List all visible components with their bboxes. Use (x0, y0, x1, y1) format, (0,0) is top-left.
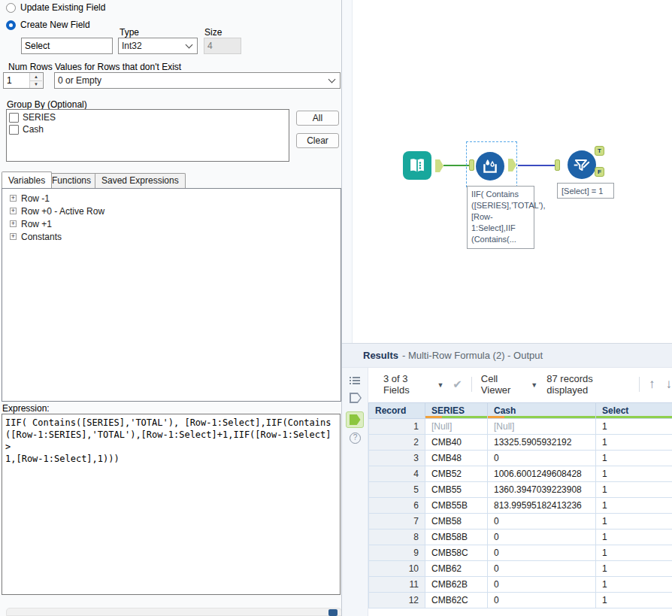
data-cell[interactable]: 0 (488, 577, 596, 593)
type-dropdown[interactable]: Int32 (118, 38, 198, 54)
metadata-list-icon[interactable] (350, 375, 360, 384)
stepper-up-button[interactable]: ▲ (30, 73, 42, 81)
column-header-cash[interactable]: Cash (488, 403, 596, 419)
column-header-select[interactable]: Select (596, 403, 672, 419)
output-anchor-selected[interactable] (346, 411, 364, 428)
record-number-cell[interactable]: 3 (369, 451, 425, 466)
record-number-cell[interactable]: 6 (369, 498, 425, 514)
connection-formula-to-filter[interactable] (518, 165, 555, 166)
data-cell[interactable]: 13325.5905932192 (488, 435, 596, 451)
create-new-radio[interactable] (6, 20, 16, 30)
tab-functions[interactable]: Functions (45, 173, 98, 188)
record-number-cell[interactable]: 12 (369, 593, 425, 608)
data-cell[interactable]: 813.99595182413236 (488, 498, 596, 514)
data-cell[interactable]: [Null] (425, 419, 488, 435)
tree-item[interactable]: +Constants (2, 230, 341, 243)
filter-tool[interactable] (568, 150, 596, 179)
data-cell[interactable]: 0 (488, 451, 596, 466)
filter-input-anchor[interactable] (555, 159, 560, 171)
data-cell[interactable]: 1 (596, 514, 672, 530)
data-cell[interactable]: 1 (596, 451, 672, 466)
data-cell[interactable]: CMB52 (425, 466, 488, 482)
formula-input-anchor[interactable] (469, 159, 474, 171)
expand-icon[interactable]: + (10, 233, 17, 240)
tab-variables[interactable]: Variables (2, 171, 52, 188)
table-row[interactable]: 8CMB58B01 (369, 530, 672, 545)
table-row[interactable]: 11CMB62B01 (369, 577, 672, 593)
fields-summary-dropdown[interactable]: 3 of 3 Fields (383, 373, 432, 396)
clear-button[interactable]: Clear (296, 133, 339, 148)
table-row[interactable]: 1[Null][Null]1 (369, 419, 672, 435)
filter-true-anchor[interactable]: T (595, 146, 604, 156)
tab-saved-expressions[interactable]: Saved Expressions (95, 173, 186, 188)
table-row[interactable]: 12CMB62C01 (369, 593, 672, 608)
filter-false-anchor[interactable]: F (595, 167, 604, 177)
record-number-cell[interactable]: 2 (369, 435, 425, 451)
data-cell[interactable]: 0 (488, 561, 596, 577)
data-cell[interactable]: 1 (596, 466, 672, 482)
table-row[interactable]: 10CMB6201 (369, 561, 672, 577)
expand-icon[interactable]: + (10, 208, 17, 214)
record-number-cell[interactable]: 10 (369, 561, 425, 577)
group-by-item[interactable]: SERIES (9, 111, 286, 123)
tree-item[interactable]: +Row +0 - Active Row (2, 205, 341, 217)
table-row[interactable]: 9CMB58C01 (369, 545, 672, 561)
record-number-cell[interactable]: 8 (369, 530, 425, 545)
table-row[interactable]: 5CMB551360.39470392239081 (369, 482, 672, 498)
data-cell[interactable]: 1 (596, 577, 672, 593)
data-cell[interactable]: CMB58 (425, 514, 488, 530)
arrow-up-icon[interactable]: ↑ (649, 377, 655, 392)
data-cell[interactable]: 1 (596, 482, 672, 498)
record-number-cell[interactable]: 11 (369, 577, 425, 593)
column-header-series[interactable]: SERIES (425, 403, 488, 419)
data-cell[interactable]: 1 (596, 545, 672, 561)
data-cell[interactable]: CMB58B (425, 530, 488, 545)
data-cell[interactable]: 0 (488, 530, 596, 545)
field-name-input[interactable] (21, 38, 113, 54)
tree-item[interactable]: +Row -1 (2, 192, 341, 205)
checkbox[interactable] (9, 113, 19, 123)
data-cell[interactable]: 1006.6001249608428 (488, 466, 596, 482)
table-row[interactable]: 7CMB5801 (369, 514, 672, 530)
data-cell[interactable]: 1 (596, 435, 672, 451)
chevron-down-icon[interactable]: ▼ (531, 381, 537, 389)
record-number-cell[interactable]: 4 (369, 466, 425, 482)
data-cell[interactable]: CMB55B (425, 498, 488, 514)
data-cell[interactable]: 1 (596, 530, 672, 545)
data-cell[interactable]: 1360.3947039223908 (488, 482, 596, 498)
group-by-item[interactable]: Cash (9, 123, 286, 135)
column-header-record[interactable]: Record (369, 403, 425, 419)
num-rows-input[interactable] (4, 73, 29, 88)
data-cell[interactable]: CMB55 (425, 482, 488, 498)
table-row[interactable]: 2CMB4013325.59059321921 (369, 435, 672, 451)
results-grid[interactable]: Record SERIES Cash Select 1[Null][Null]1… (368, 402, 672, 616)
data-cell[interactable]: CMB62B (425, 577, 488, 593)
group-by-list[interactable]: SERIESCash (6, 109, 289, 162)
record-number-cell[interactable]: 7 (369, 514, 425, 530)
record-number-cell[interactable]: 9 (369, 545, 425, 561)
data-cell[interactable]: 0 (488, 545, 596, 561)
data-cell[interactable]: CMB48 (425, 451, 488, 466)
update-existing-radio[interactable] (6, 3, 16, 13)
checkmark-icon[interactable]: ✔ (453, 378, 462, 391)
num-rows-stepper[interactable]: ▲ ▼ (3, 72, 44, 89)
help-icon[interactable]: ? (350, 432, 361, 444)
table-row[interactable]: 3CMB4801 (369, 451, 672, 466)
multi-row-formula-tool[interactable] (476, 152, 504, 181)
data-cell[interactable]: 0 (488, 514, 596, 530)
expand-icon[interactable]: + (10, 195, 17, 202)
checkbox[interactable] (9, 125, 19, 135)
tree-item[interactable]: +Row +1 (2, 217, 341, 230)
input-data-tool[interactable] (403, 151, 431, 180)
stepper-down-button[interactable]: ▼ (30, 81, 42, 89)
data-cell[interactable]: CMB62 (425, 561, 488, 577)
filter-annotation[interactable]: [Select] = 1 (557, 183, 614, 199)
chevron-down-icon[interactable]: ▼ (437, 381, 443, 389)
data-cell[interactable]: CMB40 (425, 435, 488, 451)
formula-annotation[interactable]: IIF( Contains ([SERIES],'TOTAL'), [Row-1… (467, 186, 534, 249)
expand-icon[interactable]: + (10, 220, 17, 227)
all-button[interactable]: All (296, 111, 339, 126)
connection-anchor-icon[interactable] (350, 393, 362, 403)
data-cell[interactable]: 1 (596, 593, 672, 608)
expression-editor[interactable]: IIF( Contains([SERIES],'TOTAL'), [Row-1:… (2, 414, 341, 595)
